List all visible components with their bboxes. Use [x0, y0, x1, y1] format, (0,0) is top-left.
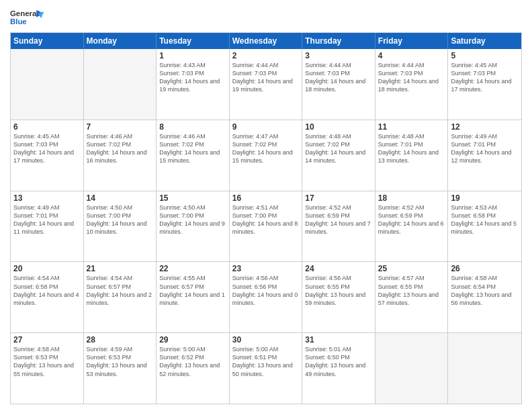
day-number: 22: [159, 264, 226, 273]
day-cell-8: 8Sunrise: 4:46 AM Sunset: 7:02 PM Daylig…: [157, 120, 230, 191]
day-number: 28: [87, 335, 154, 345]
day-number: 11: [378, 122, 445, 132]
day-info: Sunrise: 4:58 AM Sunset: 6:54 PM Dayligh…: [451, 274, 519, 307]
day-info: Sunrise: 4:48 AM Sunset: 7:01 PM Dayligh…: [378, 132, 445, 165]
day-number: 16: [232, 193, 300, 203]
day-info: Sunrise: 4:47 AM Sunset: 7:02 PM Dayligh…: [232, 132, 300, 165]
day-number: 3: [305, 51, 372, 60]
day-cell-9: 9Sunrise: 4:47 AM Sunset: 7:02 PM Daylig…: [230, 120, 303, 191]
day-number: 13: [13, 193, 81, 203]
day-number: 25: [378, 264, 445, 273]
day-number: 7: [87, 122, 154, 132]
day-number: 6: [13, 122, 81, 132]
day-cell-18: 18Sunrise: 4:52 AM Sunset: 6:59 PM Dayli…: [375, 191, 449, 262]
day-cell-11: 11Sunrise: 4:48 AM Sunset: 7:01 PM Dayli…: [375, 120, 449, 191]
day-info: Sunrise: 4:44 AM Sunset: 7:03 PM Dayligh…: [232, 61, 300, 94]
day-info: Sunrise: 4:53 AM Sunset: 6:58 PM Dayligh…: [451, 203, 519, 236]
day-cell-20: 20Sunrise: 4:54 AM Sunset: 6:58 PM Dayli…: [11, 262, 84, 332]
day-number: 2: [232, 51, 300, 60]
day-info: Sunrise: 4:58 AM Sunset: 6:53 PM Dayligh…: [13, 345, 81, 378]
day-number: 4: [378, 51, 445, 60]
calendar-body: 1Sunrise: 4:43 AM Sunset: 7:03 PM Daylig…: [11, 49, 521, 404]
day-number: 26: [451, 264, 519, 273]
day-info: Sunrise: 4:57 AM Sunset: 6:55 PM Dayligh…: [378, 274, 445, 307]
calendar-row-2: 6Sunrise: 4:45 AM Sunset: 7:03 PM Daylig…: [11, 120, 521, 191]
calendar-row-4: 20Sunrise: 4:54 AM Sunset: 6:58 PM Dayli…: [11, 261, 521, 332]
day-info: Sunrise: 4:54 AM Sunset: 6:58 PM Dayligh…: [13, 274, 81, 307]
day-info: Sunrise: 5:00 AM Sunset: 6:51 PM Dayligh…: [232, 345, 300, 378]
day-cell-12: 12Sunrise: 4:49 AM Sunset: 7:01 PM Dayli…: [448, 120, 521, 191]
day-number: 21: [87, 264, 154, 273]
empty-cell: [448, 333, 521, 404]
day-info: Sunrise: 4:49 AM Sunset: 7:01 PM Dayligh…: [451, 132, 519, 165]
day-number: 18: [378, 193, 445, 203]
day-info: Sunrise: 4:52 AM Sunset: 6:59 PM Dayligh…: [378, 203, 445, 236]
day-info: Sunrise: 4:45 AM Sunset: 7:03 PM Dayligh…: [13, 132, 81, 165]
empty-cell: [375, 333, 449, 404]
day-info: Sunrise: 4:46 AM Sunset: 7:02 PM Dayligh…: [159, 132, 226, 165]
day-number: 19: [451, 193, 519, 203]
day-info: Sunrise: 4:44 AM Sunset: 7:03 PM Dayligh…: [378, 61, 445, 94]
header: General Blue: [10, 7, 522, 27]
calendar-row-5: 27Sunrise: 4:58 AM Sunset: 6:53 PM Dayli…: [11, 332, 521, 404]
day-info: Sunrise: 4:43 AM Sunset: 7:03 PM Dayligh…: [159, 61, 226, 94]
calendar-row-1: 1Sunrise: 4:43 AM Sunset: 7:03 PM Daylig…: [11, 49, 521, 120]
day-number: 8: [159, 122, 226, 132]
day-cell-7: 7Sunrise: 4:46 AM Sunset: 7:02 PM Daylig…: [84, 120, 157, 191]
day-number: 12: [451, 122, 519, 132]
day-cell-10: 10Sunrise: 4:48 AM Sunset: 7:02 PM Dayli…: [302, 120, 375, 191]
day-cell-22: 22Sunrise: 4:55 AM Sunset: 6:57 PM Dayli…: [157, 262, 230, 332]
day-cell-6: 6Sunrise: 4:45 AM Sunset: 7:03 PM Daylig…: [11, 120, 84, 191]
day-number: 20: [13, 264, 81, 273]
day-cell-31: 31Sunrise: 5:01 AM Sunset: 6:50 PM Dayli…: [302, 333, 375, 404]
empty-cell: [84, 49, 157, 120]
day-info: Sunrise: 5:01 AM Sunset: 6:50 PM Dayligh…: [305, 345, 372, 378]
empty-cell: [11, 49, 84, 120]
day-cell-27: 27Sunrise: 4:58 AM Sunset: 6:53 PM Dayli…: [11, 333, 84, 404]
day-info: Sunrise: 4:49 AM Sunset: 7:01 PM Dayligh…: [13, 203, 81, 236]
day-number: 10: [305, 122, 372, 132]
day-number: 1: [159, 51, 226, 60]
header-day-friday: Friday: [375, 33, 449, 49]
header-day-monday: Monday: [84, 33, 157, 49]
day-number: 15: [159, 193, 226, 203]
day-number: 23: [232, 264, 300, 273]
day-cell-28: 28Sunrise: 4:59 AM Sunset: 6:53 PM Dayli…: [84, 333, 157, 404]
day-info: Sunrise: 4:56 AM Sunset: 6:56 PM Dayligh…: [232, 274, 300, 307]
day-info: Sunrise: 4:46 AM Sunset: 7:02 PM Dayligh…: [87, 132, 154, 165]
header-day-thursday: Thursday: [302, 33, 375, 49]
day-number: 14: [87, 193, 154, 203]
day-number: 24: [305, 264, 372, 273]
day-cell-16: 16Sunrise: 4:51 AM Sunset: 7:00 PM Dayli…: [230, 191, 303, 262]
day-cell-14: 14Sunrise: 4:50 AM Sunset: 7:00 PM Dayli…: [84, 191, 157, 262]
day-cell-25: 25Sunrise: 4:57 AM Sunset: 6:55 PM Dayli…: [375, 262, 449, 332]
day-number: 31: [305, 335, 372, 345]
day-cell-24: 24Sunrise: 4:56 AM Sunset: 6:55 PM Dayli…: [302, 262, 375, 332]
calendar-header: SundayMondayTuesdayWednesdayThursdayFrid…: [11, 33, 521, 49]
day-cell-2: 2Sunrise: 4:44 AM Sunset: 7:03 PM Daylig…: [230, 49, 303, 120]
day-info: Sunrise: 4:52 AM Sunset: 6:59 PM Dayligh…: [305, 203, 372, 236]
day-number: 30: [232, 335, 300, 345]
header-day-wednesday: Wednesday: [230, 33, 303, 49]
day-info: Sunrise: 4:59 AM Sunset: 6:53 PM Dayligh…: [87, 345, 154, 378]
day-info: Sunrise: 4:56 AM Sunset: 6:55 PM Dayligh…: [305, 274, 372, 307]
day-number: 9: [232, 122, 300, 132]
day-cell-17: 17Sunrise: 4:52 AM Sunset: 6:59 PM Dayli…: [302, 191, 375, 262]
day-cell-26: 26Sunrise: 4:58 AM Sunset: 6:54 PM Dayli…: [448, 262, 521, 332]
day-cell-30: 30Sunrise: 5:00 AM Sunset: 6:51 PM Dayli…: [230, 333, 303, 404]
svg-text:Blue: Blue: [10, 17, 27, 26]
day-cell-19: 19Sunrise: 4:53 AM Sunset: 6:58 PM Dayli…: [448, 191, 521, 262]
day-cell-13: 13Sunrise: 4:49 AM Sunset: 7:01 PM Dayli…: [11, 191, 84, 262]
calendar-row-3: 13Sunrise: 4:49 AM Sunset: 7:01 PM Dayli…: [11, 191, 521, 262]
header-day-tuesday: Tuesday: [157, 33, 230, 49]
calendar: SundayMondayTuesdayWednesdayThursdayFrid…: [10, 32, 522, 404]
day-cell-1: 1Sunrise: 4:43 AM Sunset: 7:03 PM Daylig…: [157, 49, 230, 120]
day-cell-15: 15Sunrise: 4:50 AM Sunset: 7:00 PM Dayli…: [157, 191, 230, 262]
day-cell-21: 21Sunrise: 4:54 AM Sunset: 6:57 PM Dayli…: [84, 262, 157, 332]
svg-text:General: General: [10, 9, 38, 17]
day-number: 5: [451, 51, 519, 60]
day-info: Sunrise: 5:00 AM Sunset: 6:52 PM Dayligh…: [159, 345, 226, 378]
logo: General Blue: [10, 7, 44, 27]
day-cell-23: 23Sunrise: 4:56 AM Sunset: 6:56 PM Dayli…: [230, 262, 303, 332]
day-info: Sunrise: 4:51 AM Sunset: 7:00 PM Dayligh…: [232, 203, 300, 236]
